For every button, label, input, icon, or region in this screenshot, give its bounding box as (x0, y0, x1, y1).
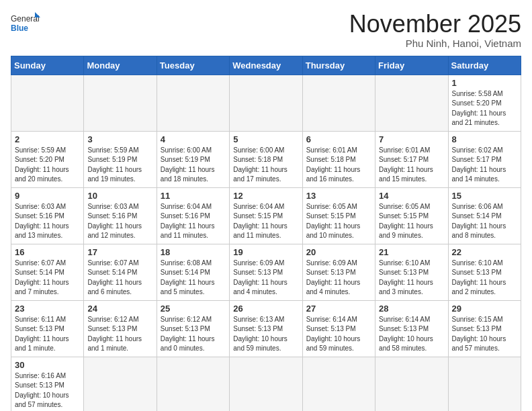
day-number: 1 (452, 78, 517, 88)
day-number: 8 (452, 134, 517, 144)
day-number: 26 (233, 304, 298, 314)
day-number: 11 (161, 191, 226, 201)
day-number: 25 (161, 304, 226, 314)
day-number: 19 (233, 247, 298, 257)
day-number: 21 (379, 247, 444, 257)
calendar-cell: 18Sunrise: 6:08 AM Sunset: 5:14 PM Dayli… (157, 244, 229, 300)
calendar-cell: 4Sunrise: 6:00 AM Sunset: 5:19 PM Daylig… (157, 131, 229, 187)
week-row-3: 9Sunrise: 6:03 AM Sunset: 5:16 PM Daylig… (11, 187, 521, 244)
day-info: Sunrise: 6:10 AM Sunset: 5:13 PM Dayligh… (452, 259, 517, 298)
day-info: Sunrise: 6:01 AM Sunset: 5:17 PM Dayligh… (379, 146, 444, 185)
calendar-cell: 22Sunrise: 6:10 AM Sunset: 5:13 PM Dayli… (448, 244, 521, 300)
calendar-header: SundayMondayTuesdayWednesdayThursdayFrid… (11, 56, 521, 75)
calendar-cell (302, 357, 375, 411)
day-number: 14 (379, 191, 444, 201)
calendar-cell: 27Sunrise: 6:14 AM Sunset: 5:13 PM Dayli… (302, 300, 375, 357)
day-info: Sunrise: 6:00 AM Sunset: 5:18 PM Dayligh… (233, 146, 298, 185)
week-row-6: 30Sunrise: 6:16 AM Sunset: 5:13 PM Dayli… (11, 357, 521, 411)
svg-text:Blue: Blue (11, 24, 28, 33)
calendar-cell (84, 357, 157, 411)
calendar-cell: 30Sunrise: 6:16 AM Sunset: 5:13 PM Dayli… (11, 357, 84, 411)
day-number: 20 (306, 247, 371, 257)
calendar-cell (230, 357, 302, 411)
day-info: Sunrise: 6:09 AM Sunset: 5:13 PM Dayligh… (306, 259, 371, 298)
day-info: Sunrise: 6:05 AM Sunset: 5:15 PM Dayligh… (379, 202, 444, 241)
day-number: 9 (15, 191, 80, 201)
day-number: 10 (87, 191, 152, 201)
day-number: 12 (233, 191, 298, 201)
calendar-cell (84, 75, 157, 131)
calendar-cell: 24Sunrise: 6:12 AM Sunset: 5:13 PM Dayli… (84, 300, 157, 357)
day-number: 24 (87, 304, 152, 314)
day-info: Sunrise: 6:09 AM Sunset: 5:13 PM Dayligh… (233, 259, 298, 298)
day-number: 29 (452, 304, 517, 314)
day-number: 23 (15, 304, 80, 314)
week-row-4: 16Sunrise: 6:07 AM Sunset: 5:14 PM Dayli… (11, 244, 521, 300)
day-number: 6 (306, 134, 371, 144)
calendar-cell: 3Sunrise: 5:59 AM Sunset: 5:19 PM Daylig… (84, 131, 157, 187)
calendar-cell: 29Sunrise: 6:15 AM Sunset: 5:13 PM Dayli… (448, 300, 521, 357)
calendar-cell (11, 75, 84, 131)
day-info: Sunrise: 6:15 AM Sunset: 5:13 PM Dayligh… (452, 315, 517, 354)
calendar-cell (157, 75, 229, 131)
day-info: Sunrise: 6:01 AM Sunset: 5:18 PM Dayligh… (306, 146, 371, 185)
calendar-cell: 1Sunrise: 5:58 AM Sunset: 5:20 PM Daylig… (448, 75, 521, 131)
calendar-cell: 16Sunrise: 6:07 AM Sunset: 5:14 PM Dayli… (11, 244, 84, 300)
day-info: Sunrise: 6:13 AM Sunset: 5:13 PM Dayligh… (233, 315, 298, 354)
weekday-header-row: SundayMondayTuesdayWednesdayThursdayFrid… (11, 56, 521, 75)
day-number: 22 (452, 247, 517, 257)
day-number: 16 (15, 247, 80, 257)
calendar-cell: 11Sunrise: 6:04 AM Sunset: 5:16 PM Dayli… (157, 187, 229, 244)
calendar-cell: 10Sunrise: 6:03 AM Sunset: 5:16 PM Dayli… (84, 187, 157, 244)
day-info: Sunrise: 6:07 AM Sunset: 5:14 PM Dayligh… (87, 259, 152, 298)
calendar-cell: 23Sunrise: 6:11 AM Sunset: 5:13 PM Dayli… (11, 300, 84, 357)
weekday-friday: Friday (375, 56, 448, 75)
day-info: Sunrise: 5:58 AM Sunset: 5:20 PM Dayligh… (452, 89, 517, 128)
day-number: 15 (452, 191, 517, 201)
day-info: Sunrise: 5:59 AM Sunset: 5:20 PM Dayligh… (15, 146, 80, 185)
day-number: 2 (15, 134, 80, 144)
calendar-cell (302, 75, 375, 131)
calendar-cell (157, 357, 229, 411)
calendar-cell (375, 75, 448, 131)
day-number: 30 (15, 360, 80, 370)
weekday-sunday: Sunday (11, 56, 84, 75)
calendar-cell: 5Sunrise: 6:00 AM Sunset: 5:18 PM Daylig… (230, 131, 302, 187)
day-info: Sunrise: 6:14 AM Sunset: 5:13 PM Dayligh… (306, 315, 371, 354)
calendar-cell: 8Sunrise: 6:02 AM Sunset: 5:17 PM Daylig… (448, 131, 521, 187)
day-info: Sunrise: 6:14 AM Sunset: 5:13 PM Dayligh… (379, 315, 444, 354)
calendar-cell (230, 75, 302, 131)
day-number: 18 (161, 247, 226, 257)
weekday-monday: Monday (84, 56, 157, 75)
day-info: Sunrise: 6:06 AM Sunset: 5:14 PM Dayligh… (452, 202, 517, 241)
day-number: 3 (87, 134, 152, 144)
calendar-cell: 28Sunrise: 6:14 AM Sunset: 5:13 PM Dayli… (375, 300, 448, 357)
weekday-saturday: Saturday (448, 56, 521, 75)
calendar-cell: 25Sunrise: 6:12 AM Sunset: 5:13 PM Dayli… (157, 300, 229, 357)
day-number: 28 (379, 304, 444, 314)
month-title: November 2025 (349, 11, 521, 38)
week-row-5: 23Sunrise: 6:11 AM Sunset: 5:13 PM Dayli… (11, 300, 521, 357)
day-number: 5 (233, 134, 298, 144)
calendar-cell: 6Sunrise: 6:01 AM Sunset: 5:18 PM Daylig… (302, 131, 375, 187)
day-info: Sunrise: 6:03 AM Sunset: 5:16 PM Dayligh… (87, 202, 152, 241)
header: General Blue November 2025 Phu Ninh, Han… (11, 11, 521, 49)
calendar-cell: 26Sunrise: 6:13 AM Sunset: 5:13 PM Dayli… (230, 300, 302, 357)
day-number: 13 (306, 191, 371, 201)
weekday-wednesday: Wednesday (230, 56, 302, 75)
day-number: 17 (87, 247, 152, 257)
calendar-cell: 2Sunrise: 5:59 AM Sunset: 5:20 PM Daylig… (11, 131, 84, 187)
title-area: November 2025 Phu Ninh, Hanoi, Vietnam (349, 11, 521, 49)
calendar-body: 1Sunrise: 5:58 AM Sunset: 5:20 PM Daylig… (11, 75, 521, 411)
day-info: Sunrise: 6:07 AM Sunset: 5:14 PM Dayligh… (15, 259, 80, 298)
day-info: Sunrise: 5:59 AM Sunset: 5:19 PM Dayligh… (87, 146, 152, 185)
day-info: Sunrise: 6:04 AM Sunset: 5:16 PM Dayligh… (161, 202, 226, 241)
day-info: Sunrise: 6:16 AM Sunset: 5:13 PM Dayligh… (15, 371, 80, 410)
calendar-cell (448, 357, 521, 411)
calendar-cell: 14Sunrise: 6:05 AM Sunset: 5:15 PM Dayli… (375, 187, 448, 244)
day-info: Sunrise: 6:10 AM Sunset: 5:13 PM Dayligh… (379, 259, 444, 298)
calendar-cell: 20Sunrise: 6:09 AM Sunset: 5:13 PM Dayli… (302, 244, 375, 300)
calendar-cell: 12Sunrise: 6:04 AM Sunset: 5:15 PM Dayli… (230, 187, 302, 244)
logo-svg: General Blue (11, 11, 40, 38)
day-number: 27 (306, 304, 371, 314)
